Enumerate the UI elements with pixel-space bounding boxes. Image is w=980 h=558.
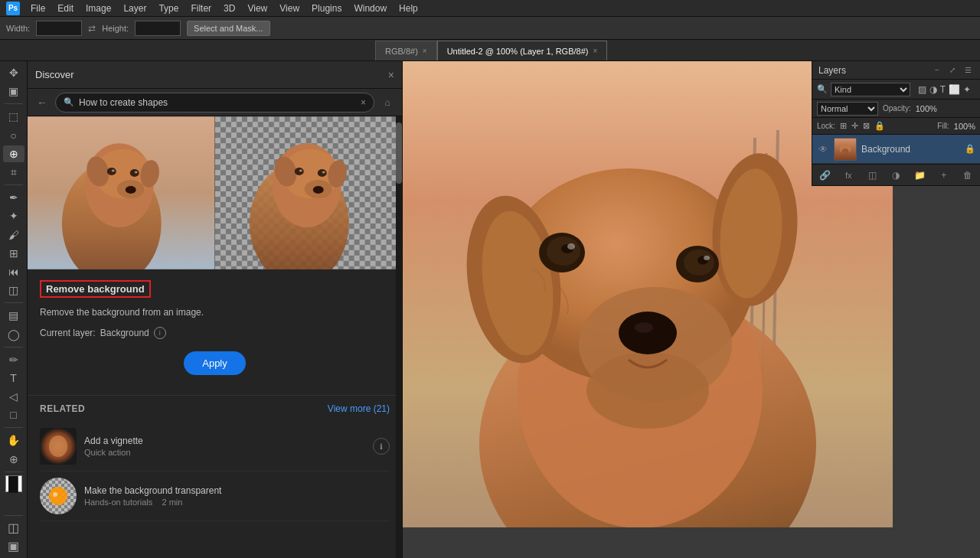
background-color[interactable] bbox=[3, 494, 24, 511]
quick-select-tool[interactable]: ⊕ bbox=[3, 145, 24, 162]
group-layers-button[interactable]: 📁 bbox=[913, 168, 928, 183]
height-input[interactable] bbox=[135, 21, 181, 36]
adjustment-layer-button[interactable]: ◑ bbox=[888, 168, 903, 183]
pixel-filter-icon[interactable]: ▨ bbox=[918, 84, 926, 95]
menu-help[interactable]: Help bbox=[394, 2, 423, 15]
discover-search-bar: ← 🔍 × ⌂ bbox=[28, 89, 402, 116]
lock-all-icon[interactable]: 🔒 bbox=[874, 121, 885, 131]
menu-type[interactable]: Type bbox=[154, 2, 183, 15]
home-button[interactable]: ⌂ bbox=[379, 94, 396, 111]
menu-file[interactable]: File bbox=[26, 2, 50, 15]
smart-filter-icon[interactable]: ✦ bbox=[963, 84, 971, 95]
discover-close-button[interactable]: × bbox=[388, 69, 394, 81]
quick-mask-btn[interactable]: ◫ bbox=[3, 520, 24, 537]
lock-artboard-icon[interactable]: ⊠ bbox=[863, 121, 870, 131]
lock-position-icon[interactable]: ✛ bbox=[851, 121, 858, 131]
search-box[interactable]: 🔍 × bbox=[55, 93, 374, 113]
new-layer-button[interactable]: + bbox=[936, 168, 952, 183]
layer-row-background[interactable]: 👁 Background bbox=[812, 135, 980, 164]
marquee-tool[interactable]: ⬚ bbox=[3, 108, 24, 125]
healing-tool[interactable]: ✦ bbox=[3, 207, 24, 224]
path-select-tool[interactable]: ◁ bbox=[3, 388, 24, 405]
related-item-transparent[interactable]: Make the background transparent Hands-on… bbox=[40, 472, 390, 521]
back-button[interactable]: ← bbox=[34, 94, 51, 111]
svg-point-10 bbox=[135, 171, 138, 174]
crop-tool[interactable]: ⌗ bbox=[3, 164, 24, 181]
text-tool[interactable]: T bbox=[3, 370, 24, 387]
width-input[interactable] bbox=[36, 21, 82, 36]
eraser-tool[interactable]: ◫ bbox=[3, 282, 24, 299]
layers-panel-header: Layers − ⤢ ☰ bbox=[812, 61, 980, 80]
menu-plugins[interactable]: Plugins bbox=[307, 2, 346, 15]
related-info-button-vignette[interactable]: ℹ bbox=[373, 438, 390, 455]
app-icon: Ps bbox=[6, 2, 20, 15]
menu-select[interactable]: Filter bbox=[186, 2, 216, 15]
discover-scrollbar[interactable] bbox=[396, 116, 402, 558]
layers-panel-expand[interactable]: ⤢ bbox=[946, 64, 959, 77]
search-clear-button[interactable]: × bbox=[361, 97, 366, 108]
menu-image[interactable]: Image bbox=[81, 2, 116, 15]
dodge-tool[interactable]: ◯ bbox=[3, 325, 24, 342]
blend-mode-select[interactable]: Normal bbox=[817, 102, 878, 116]
tab-1-close[interactable]: × bbox=[593, 47, 597, 55]
menu-view[interactable]: View bbox=[275, 2, 304, 15]
lock-pixels-icon[interactable]: ⊞ bbox=[840, 121, 847, 131]
layers-panel-minimize[interactable]: − bbox=[931, 64, 943, 77]
layers-panel-menu[interactable]: ☰ bbox=[962, 64, 974, 77]
link-layers-button[interactable]: 🔗 bbox=[817, 168, 832, 183]
tab-0-close[interactable]: × bbox=[423, 47, 427, 55]
move-tool[interactable]: ✥ bbox=[3, 64, 24, 81]
related-item-vignette[interactable]: Add a vignette Quick action ℹ bbox=[40, 422, 390, 472]
foreground-color[interactable]: █ bbox=[5, 475, 22, 492]
related-name-transparent: Make the background transparent bbox=[84, 485, 390, 496]
related-meta-vignette: Quick action bbox=[84, 448, 365, 457]
transparent-thumb-svg bbox=[40, 478, 77, 514]
history-tool[interactable]: ⏮ bbox=[3, 263, 24, 280]
fx-button[interactable]: fx bbox=[841, 168, 856, 183]
lock-label: Lock: bbox=[817, 122, 835, 130]
artboard-tool[interactable]: ▣ bbox=[3, 83, 24, 100]
hand-tool[interactable]: ✋ bbox=[3, 432, 24, 449]
clone-tool[interactable]: ⊞ bbox=[3, 245, 24, 262]
delete-layer-button[interactable]: 🗑 bbox=[960, 168, 975, 183]
svg-point-37 bbox=[49, 487, 67, 505]
svg-point-30 bbox=[49, 436, 67, 457]
svg-point-8 bbox=[112, 170, 115, 172]
options-bar: Width: ⇄ Height: Select and Mask... bbox=[0, 17, 980, 40]
type-filter-icon[interactable]: T bbox=[940, 84, 946, 95]
discover-title: Discover bbox=[35, 69, 382, 80]
tab-0[interactable]: RGB/8#) × bbox=[375, 41, 437, 60]
menu-edit[interactable]: Edit bbox=[53, 2, 78, 15]
menu-window[interactable]: Window bbox=[349, 2, 391, 15]
layer-info-button[interactable]: i bbox=[154, 327, 166, 339]
feature-title-badge: Remove background bbox=[40, 280, 151, 298]
menu-filter[interactable]: 3D bbox=[219, 2, 240, 15]
adjustment-filter-icon[interactable]: ◑ bbox=[929, 84, 937, 95]
gradient-tool[interactable]: ▤ bbox=[3, 307, 24, 324]
shape-tool[interactable]: □ bbox=[3, 406, 24, 423]
related-name-vignette: Add a vignette bbox=[84, 436, 365, 446]
add-mask-button[interactable]: ◫ bbox=[864, 168, 880, 183]
canvas-area[interactable]: Layers − ⤢ ☰ 🔍 Kind ▨ ◑ T ⬜ ✦ bbox=[403, 61, 980, 558]
brush-tool[interactable]: 🖌 bbox=[3, 226, 24, 243]
menu-3d[interactable]: View bbox=[243, 2, 272, 15]
shape-filter-icon[interactable]: ⬜ bbox=[949, 84, 960, 95]
search-input[interactable] bbox=[79, 97, 356, 108]
menu-layer[interactable]: Layer bbox=[119, 2, 151, 15]
screen-mode-btn[interactable]: ▣ bbox=[3, 538, 24, 555]
discover-scrollbar-thumb[interactable] bbox=[396, 122, 402, 184]
eyedropper-tool[interactable]: ✒ bbox=[3, 189, 24, 206]
svg-point-61 bbox=[635, 322, 653, 333]
current-layer-label: Current layer: bbox=[40, 328, 96, 338]
zoom-tool[interactable]: ⊕ bbox=[3, 450, 24, 467]
pen-tool[interactable]: ✏ bbox=[3, 351, 24, 367]
layers-kind-select[interactable]: Kind bbox=[831, 83, 910, 96]
view-more-button[interactable]: View more (21) bbox=[328, 403, 390, 414]
select-mask-button[interactable]: Select and Mask... bbox=[187, 21, 270, 36]
lasso-tool[interactable]: ○ bbox=[3, 127, 24, 144]
tab-1[interactable]: Untitled-2 @ 100% (Layer 1, RGB/8#) × bbox=[437, 41, 608, 60]
svg-point-60 bbox=[619, 312, 677, 354]
layer-visibility-eye[interactable]: 👁 bbox=[817, 143, 829, 155]
apply-button[interactable]: Apply bbox=[184, 351, 246, 375]
discover-content[interactable]: Remove background Remove the background … bbox=[28, 116, 402, 558]
